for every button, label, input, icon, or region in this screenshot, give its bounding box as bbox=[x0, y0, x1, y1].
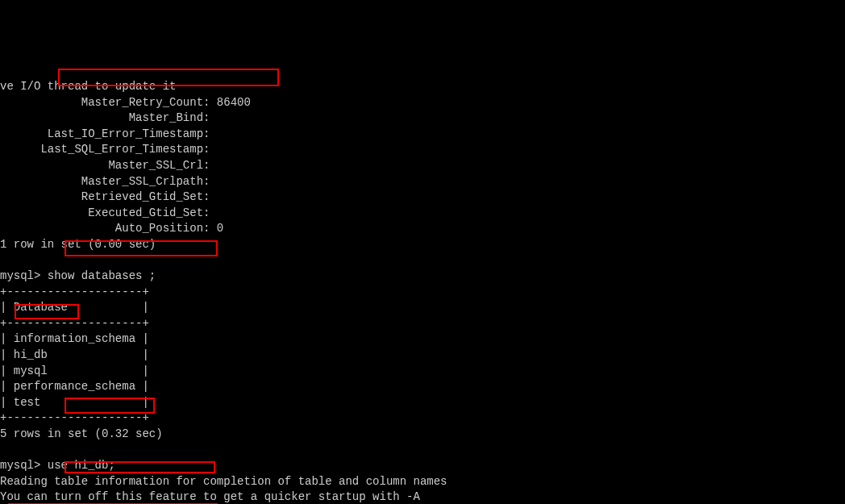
status-field: Last_IO_Error_Timestamp: bbox=[0, 127, 845, 143]
blank-line bbox=[0, 253, 845, 269]
terminal-output: ve I/O thread to update it Master_Retry_… bbox=[0, 63, 845, 504]
command-line[interactable]: mysql> show databases ; bbox=[0, 269, 845, 285]
table-row: | test | bbox=[0, 395, 845, 411]
info-line: You can turn off this feature to get a q… bbox=[0, 489, 845, 504]
table-row: | hi_db | bbox=[0, 348, 845, 364]
result-line: 5 rows in set (0.32 sec) bbox=[0, 427, 845, 443]
command-line[interactable]: mysql> use hi_db; bbox=[0, 458, 845, 474]
table-border: +--------------------+ bbox=[0, 285, 845, 301]
table-border: +--------------------+ bbox=[0, 316, 845, 332]
table-row: | mysql | bbox=[0, 364, 845, 380]
status-line: ve I/O thread to update it bbox=[0, 79, 845, 95]
command-text: show databases ; bbox=[48, 269, 156, 282]
info-line: Reading table information for completion… bbox=[0, 474, 845, 490]
status-field: Master_SSL_Crl: bbox=[0, 158, 845, 174]
status-field: Retrieved_Gtid_Set: bbox=[0, 190, 845, 206]
table-header: | Database | bbox=[0, 300, 845, 316]
status-field: Auto_Position: 0 bbox=[0, 221, 845, 237]
prompt: mysql> bbox=[0, 269, 48, 282]
status-field: Master_Retry_Count: 86400 bbox=[0, 95, 845, 111]
table-border: +--------------------+ bbox=[0, 410, 845, 427]
blank-line bbox=[0, 443, 845, 459]
status-field: Master_Bind: bbox=[0, 110, 845, 127]
table-row: | information_schema | bbox=[0, 331, 845, 348]
status-field: Executed_Gtid_Set: bbox=[0, 206, 845, 222]
command-text: use hi_db; bbox=[48, 459, 115, 472]
status-field: Last_SQL_Error_Timestamp: bbox=[0, 142, 845, 158]
table-row: | performance_schema | bbox=[0, 379, 845, 395]
status-field: Master_SSL_Crlpath: bbox=[0, 174, 845, 190]
prompt: mysql> bbox=[0, 459, 48, 472]
result-line: 1 row in set (0.00 sec) bbox=[0, 237, 845, 253]
